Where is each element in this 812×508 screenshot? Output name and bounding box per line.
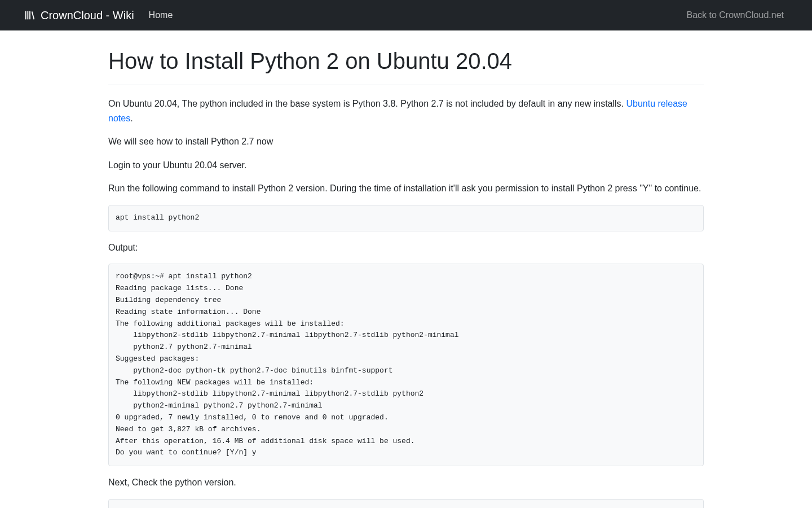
navbar: CrownCloud - Wiki Home Back to CrownClou… [0,0,812,30]
navbar-right: Back to CrownCloud.net [682,8,812,22]
page-title: How to Install Python 2 on Ubuntu 20.04 [108,44,704,78]
title-divider [108,85,704,85]
code-block-version: python2 -V [108,499,704,508]
books-icon [24,9,36,21]
paragraph-check-version: Next, Check the python version. [108,475,704,490]
intro-text-post: . [130,113,133,123]
main-content: How to Install Python 2 on Ubuntu 20.04 … [85,44,727,508]
brand-text: CrownCloud - Wiki [41,7,134,24]
code-install: apt install python2 [116,213,199,222]
output-label-1: Output: [108,240,704,255]
code-block-install: apt install python2 [108,205,704,231]
nav-home[interactable]: Home [144,8,178,22]
code-block-output-1: root@vps:~# apt install python2 Reading … [108,264,704,466]
brand-link[interactable]: CrownCloud - Wiki [24,7,134,24]
paragraph-run-command: Run the following command to install Pyt… [108,181,704,196]
paragraph-login: Login to your Ubuntu 20.04 server. [108,158,704,173]
nav-back-link[interactable]: Back to CrownCloud.net [682,10,788,20]
intro-paragraph: On Ubuntu 20.04, The python included in … [108,97,704,125]
intro-text-pre: On Ubuntu 20.04, The python included in … [108,99,626,108]
paragraph-install-intro: We will see how to install Python 2.7 no… [108,134,704,149]
navbar-left: CrownCloud - Wiki Home [0,7,177,24]
code-output-1: root@vps:~# apt install python2 Reading … [116,272,459,457]
